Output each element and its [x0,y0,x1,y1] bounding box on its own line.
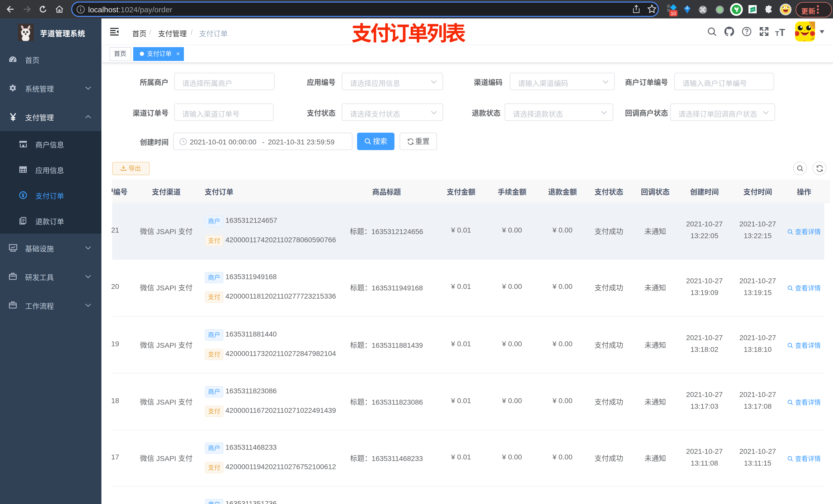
svg-text:10: 10 [671,11,676,16]
